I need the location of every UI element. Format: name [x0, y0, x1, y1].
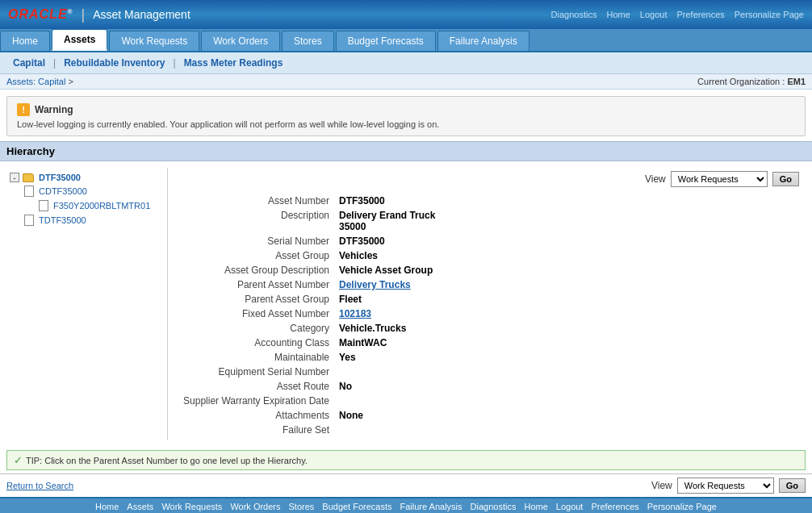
diagnostics-link[interactable]: Diagnostics	[551, 10, 597, 19]
nav-tabs: Home Assets Work Requests Work Orders St…	[0, 29, 812, 52]
doc-icon-2	[39, 200, 48, 211]
go-button-top[interactable]: Go	[772, 172, 799, 186]
return-to-search-link[interactable]: Return to Search	[6, 481, 73, 490]
tab-failure-analysis[interactable]: Failure Analysis	[437, 31, 529, 51]
table-row: Supplier Warranty Expiration Date	[174, 394, 799, 408]
warning-title: ! Warning	[17, 103, 795, 116]
tab-stores[interactable]: Stores	[282, 31, 334, 51]
table-row: Parent Asset Group Fleet	[174, 292, 799, 307]
header-right: Diagnostics Home Logout Preferences Pers…	[551, 10, 804, 19]
home-header-link[interactable]: Home	[606, 10, 630, 19]
tab-work-requests[interactable]: Work Requests	[109, 31, 199, 51]
folder-icon-root	[23, 173, 34, 182]
personalize-page-link[interactable]: Personalize Page	[735, 10, 804, 19]
field-label: Maintainable	[174, 350, 336, 365]
current-org-value: EM1	[787, 77, 806, 86]
detail-table: Asset Number DTF35000 Description Delive…	[174, 194, 799, 437]
sub-tab-rebuildable[interactable]: Rebuildable Inventory	[57, 56, 171, 70]
tree-child-1: CDTF35000	[24, 184, 164, 198]
tree-child-link-2[interactable]: TDTF35000	[39, 215, 86, 225]
parent-asset-link[interactable]: Delivery Trucks	[339, 279, 411, 290]
hierarchy-tree: - DTF35000 CDTF35000 F350Y2000RBLTMTR01 …	[6, 168, 168, 440]
table-row: Accounting Class MaintWAC	[174, 336, 799, 350]
oracle-logo: ORACLE®	[8, 7, 73, 22]
preferences-link[interactable]: Preferences	[676, 10, 724, 19]
tab-assets[interactable]: Assets	[52, 29, 107, 51]
table-row: Category Vehicle.Trucks	[174, 321, 799, 336]
footer-nav: Home Assets Work Requests Work Orders St…	[0, 497, 812, 513]
footer-home2[interactable]: Home	[524, 502, 547, 511]
field-label: Asset Group	[174, 248, 336, 263]
tip-bar: ✓ TIP: Click on the Parent Asset Number …	[6, 450, 806, 470]
field-value	[336, 423, 799, 437]
breadcrumb: Assets: Capital >	[6, 77, 73, 86]
sub-tab-capital[interactable]: Capital	[6, 56, 52, 70]
warning-box: ! Warning Low-level logging is currently…	[6, 96, 806, 136]
sep2: |	[174, 57, 176, 69]
fixed-asset-link[interactable]: 102183	[339, 308, 371, 319]
field-label: Parent Asset Number	[174, 277, 336, 292]
table-row: Serial Number DTF35000	[174, 234, 799, 248]
tree-child-2: TDTF35000	[24, 213, 164, 227]
footer-personalize[interactable]: Personalize Page	[647, 502, 717, 511]
details-panel: View Work Requests Work Orders Activitie…	[168, 168, 806, 440]
logout-link[interactable]: Logout	[640, 10, 668, 19]
footer-diagnostics[interactable]: Diagnostics	[471, 502, 517, 511]
table-row: Maintainable Yes	[174, 350, 799, 365]
footer-preferences[interactable]: Preferences	[591, 502, 638, 511]
tree-root-item: - DTF35000	[10, 171, 164, 184]
field-value: DTF35000	[336, 194, 799, 208]
view-label-bottom: View	[651, 480, 672, 491]
view-bar-top: View Work Requests Work Orders Activitie…	[174, 171, 799, 187]
breadcrumb-link[interactable]: Assets: Capital	[6, 77, 65, 86]
view-select-top[interactable]: Work Requests Work Orders Activities	[671, 171, 768, 187]
field-label: Accounting Class	[174, 336, 336, 350]
bottom-bar: Return to Search View Work Requests Work…	[0, 473, 812, 497]
field-value: DTF35000	[336, 234, 799, 248]
footer-stores[interactable]: Stores	[289, 502, 315, 511]
footer-home[interactable]: Home	[95, 502, 119, 511]
tree-child-link-1[interactable]: CDTF35000	[39, 186, 87, 196]
tab-home[interactable]: Home	[0, 31, 50, 51]
sub-tabs: Capital | Rebuildable Inventory | Mass M…	[0, 52, 812, 74]
breadcrumb-bar: Assets: Capital > Current Organization :…	[0, 74, 812, 90]
tip-text: TIP: Click on the Parent Asset Number to…	[26, 456, 308, 465]
footer-logout[interactable]: Logout	[556, 502, 584, 511]
tree-grandchild-link-1[interactable]: F350Y2000RBLTMTR01	[53, 201, 150, 211]
field-label: Asset Route	[174, 379, 336, 394]
tree-collapse-btn[interactable]: -	[10, 173, 19, 182]
table-row: Asset Group Description Vehicle Asset Gr…	[174, 263, 799, 277]
view-select-bottom[interactable]: Work Requests Work Orders Activities	[677, 478, 774, 494]
view-bar-bottom: View Work Requests Work Orders Activitie…	[651, 478, 806, 494]
footer-work-orders[interactable]: Work Orders	[230, 502, 280, 511]
field-value: Vehicles	[336, 248, 799, 263]
field-label: Parent Asset Group	[174, 292, 336, 307]
breadcrumb-separator: >	[68, 77, 73, 86]
sep1: |	[53, 57, 56, 69]
warning-text: Low-level logging is currently enabled. …	[17, 119, 795, 129]
tip-check-icon: ✓	[14, 454, 23, 466]
field-label: Asset Group Description	[174, 263, 336, 277]
footer-failure-analysis[interactable]: Failure Analysis	[400, 502, 463, 511]
field-value: Vehicle.Trucks	[336, 321, 799, 336]
field-label: Equipment Serial Number	[174, 365, 336, 379]
table-row: Parent Asset Number Delivery Trucks	[174, 277, 799, 292]
field-label: Description	[174, 208, 336, 234]
field-value-link: 102183	[336, 307, 799, 321]
footer-work-requests[interactable]: Work Requests	[161, 502, 222, 511]
table-row: Asset Group Vehicles	[174, 248, 799, 263]
table-row: Fixed Asset Number 102183	[174, 307, 799, 321]
main-content: - DTF35000 CDTF35000 F350Y2000RBLTMTR01 …	[0, 165, 812, 444]
tab-work-orders[interactable]: Work Orders	[201, 31, 280, 51]
go-button-bottom[interactable]: Go	[779, 478, 806, 493]
tab-budget-forecasts[interactable]: Budget Forecasts	[336, 31, 436, 51]
sub-tab-mass-meter[interactable]: Mass Meter Readings	[178, 56, 290, 70]
table-row: Asset Number DTF35000	[174, 194, 799, 208]
field-label: Failure Set	[174, 423, 336, 437]
footer-assets[interactable]: Assets	[127, 502, 153, 511]
header: ORACLE® | Asset Management Diagnostics H…	[0, 0, 812, 29]
footer-budget-forecasts[interactable]: Budget Forecasts	[322, 502, 391, 511]
current-org: Current Organization : EM1	[697, 77, 806, 86]
table-row: Failure Set	[174, 423, 799, 437]
tree-grandchild-1: F350Y2000RBLTMTR01	[39, 198, 164, 213]
